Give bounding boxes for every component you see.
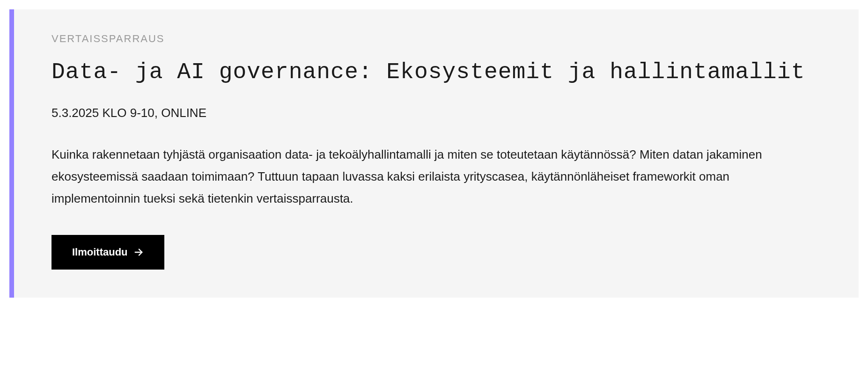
event-category: VERTAISSPARRAUS [51, 33, 821, 45]
event-description: Kuinka rakennetaan tyhjästä organisaatio… [51, 144, 821, 209]
register-button-label: Ilmoittaudu [72, 246, 128, 258]
event-datetime: 5.3.2025 KLO 9-10, ONLINE [51, 106, 821, 120]
event-title: Data- ja AI governance: Ekosysteemit ja … [51, 58, 821, 86]
arrow-right-icon [133, 247, 144, 257]
event-card: VERTAISSPARRAUS Data- ja AI governance: … [9, 9, 859, 298]
register-button[interactable]: Ilmoittaudu [51, 235, 164, 270]
